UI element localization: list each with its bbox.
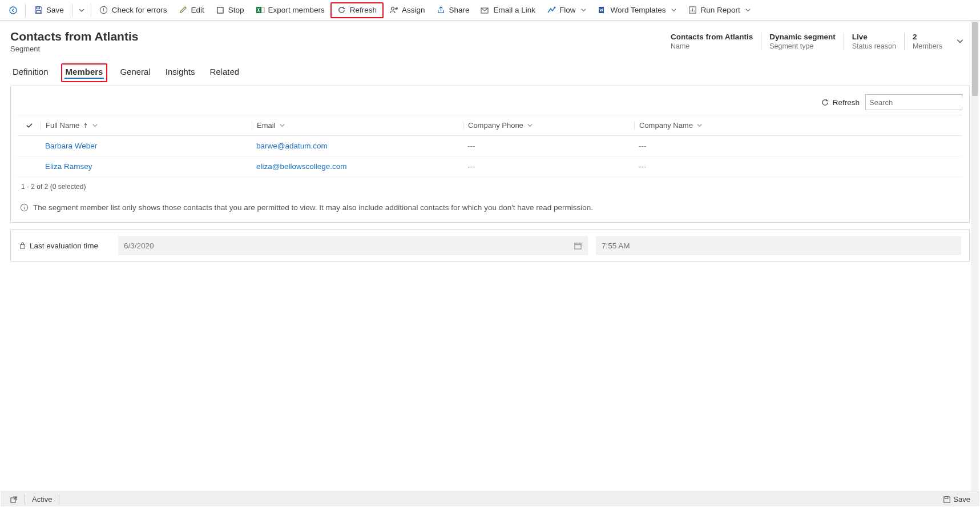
svg-rect-6 — [261, 7, 264, 13]
run-report-label: Run Report — [701, 6, 740, 14]
svg-point-0 — [10, 7, 17, 14]
eval-time-value: 7:55 AM — [602, 242, 630, 250]
grid-refresh-label: Refresh — [833, 98, 860, 107]
table-row[interactable]: Barbara Weber barwe@adatum.com --- --- — [18, 136, 962, 156]
tab-general[interactable]: General — [118, 63, 152, 82]
col-email[interactable]: Email — [252, 121, 463, 130]
check-errors-label: Check for errors — [112, 6, 167, 14]
chevron-down-icon — [745, 7, 751, 13]
save-button[interactable]: Save — [28, 3, 70, 17]
svg-rect-15 — [575, 243, 581, 248]
permission-info-text: The segment member list only shows those… — [33, 203, 593, 212]
save-label: Save — [46, 6, 64, 14]
tab-members[interactable]: Members — [61, 63, 108, 82]
tab-definition[interactable]: Definition — [10, 63, 51, 82]
table-row[interactable]: Eliza Ramsey eliza@bellowscollege.com --… — [18, 156, 962, 177]
tab-related[interactable]: Related — [207, 63, 241, 82]
word-templates-button[interactable]: Word Templates — [592, 3, 683, 17]
chevron-down-icon[interactable] — [92, 122, 98, 128]
assign-button[interactable]: Assign — [384, 3, 431, 17]
refresh-icon — [821, 98, 829, 107]
status-value: Active — [27, 495, 57, 504]
chevron-down-icon — [956, 37, 964, 45]
footer-save-button[interactable]: Save — [938, 495, 975, 504]
svg-rect-14 — [21, 245, 25, 249]
email-link[interactable]: barwe@adatum.com — [256, 142, 328, 150]
run-report-button[interactable]: Run Report — [683, 3, 757, 17]
save-icon — [34, 6, 43, 15]
word-icon — [598, 6, 607, 15]
command-bar: Save Check for errors Edit Stop Export m… — [0, 0, 980, 21]
panel-toolbar: Refresh — [18, 94, 962, 110]
grid-refresh-button[interactable]: Refresh — [821, 98, 860, 107]
chevron-down-icon — [78, 7, 85, 14]
eval-date-field: 6/3/2020 — [118, 236, 588, 255]
entity-label: Segment — [10, 45, 138, 53]
edit-button[interactable]: Edit — [173, 3, 210, 17]
back-icon — [9, 6, 17, 14]
members-grid: Full Name Email Company Phone Company Na… — [18, 115, 962, 177]
error-icon — [99, 6, 108, 15]
svg-rect-1 — [36, 7, 39, 9]
contact-link[interactable]: Eliza Ramsey — [45, 162, 92, 171]
col-phone[interactable]: Company Phone — [463, 121, 634, 130]
vertical-scrollbar[interactable] — [971, 21, 979, 491]
fact-status: Live Status reason — [844, 33, 904, 50]
calendar-icon — [574, 242, 582, 250]
scrollbar-thumb[interactable] — [972, 22, 978, 96]
separator — [91, 4, 91, 17]
popout-button[interactable] — [5, 496, 22, 504]
chevron-down-icon[interactable] — [527, 122, 533, 128]
flow-icon — [547, 6, 556, 15]
email-link-button[interactable]: Email a Link — [475, 3, 541, 17]
fact-name: Contacts from Atlantis Name — [663, 33, 761, 50]
search-box[interactable] — [865, 94, 962, 110]
eval-time-field: 7:55 AM — [596, 236, 961, 255]
refresh-label: Refresh — [350, 6, 377, 14]
save-icon — [943, 496, 951, 504]
report-icon — [688, 6, 697, 15]
col-company[interactable]: Company Name — [634, 121, 942, 130]
save-dropdown[interactable] — [75, 5, 88, 16]
share-button[interactable]: Share — [430, 3, 475, 17]
eval-label: Last evaluation time — [30, 242, 98, 250]
chevron-down-icon[interactable] — [279, 122, 285, 128]
stop-button[interactable]: Stop — [210, 3, 250, 17]
flow-label: Flow — [559, 6, 576, 14]
tab-bar: Definition Members General Insights Rela… — [0, 60, 980, 82]
check-errors-button[interactable]: Check for errors — [94, 3, 173, 17]
chevron-down-icon — [671, 7, 677, 13]
members-panel: Refresh Full Name Email Company Phone — [10, 86, 970, 223]
svg-point-9 — [554, 6, 556, 8]
svg-rect-17 — [945, 496, 948, 498]
email-icon — [481, 6, 490, 15]
separator — [25, 4, 26, 17]
chevron-down-icon[interactable] — [696, 122, 703, 128]
export-members-button[interactable]: Export members — [250, 3, 330, 17]
eval-date-value: 6/3/2020 — [124, 242, 154, 250]
email-link[interactable]: eliza@bellowscollege.com — [256, 162, 347, 171]
select-all[interactable] — [18, 122, 41, 129]
header-left: Contacts from Atlantis Segment — [10, 30, 138, 53]
search-input[interactable] — [869, 98, 965, 107]
assign-icon — [389, 6, 398, 15]
tab-insights[interactable]: Insights — [163, 63, 197, 82]
back-button[interactable] — [3, 4, 23, 17]
phone-value: --- — [467, 162, 475, 171]
footer-save-label: Save — [953, 495, 970, 504]
contact-link[interactable]: Barbara Weber — [45, 142, 97, 150]
refresh-button[interactable]: Refresh — [330, 2, 384, 18]
info-icon — [20, 203, 29, 212]
grid-header: Full Name Email Company Phone Company Na… — [18, 115, 962, 136]
lock-icon — [19, 242, 26, 250]
edit-label: Edit — [191, 6, 204, 14]
col-fullname[interactable]: Full Name — [41, 121, 252, 130]
status-bar: Active Save — [1, 492, 979, 506]
popout-icon — [10, 496, 18, 504]
page-title: Contacts from Atlantis — [10, 30, 138, 43]
evaluation-panel: Last evaluation time 6/3/2020 7:55 AM — [10, 230, 970, 261]
excel-icon — [256, 6, 265, 15]
flow-button[interactable]: Flow — [541, 3, 592, 17]
header-facts: Contacts from Atlantis Name Dynamic segm… — [663, 33, 970, 50]
header-expand[interactable] — [950, 33, 970, 45]
